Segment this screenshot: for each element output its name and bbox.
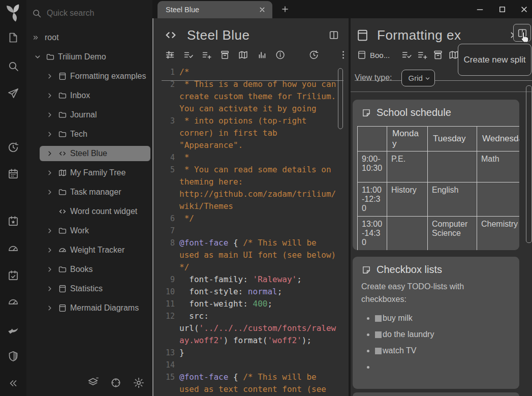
swallow-icon[interactable] (7, 323, 19, 336)
code-line: 6 */ (157, 212, 342, 225)
map-icon[interactable] (238, 49, 248, 60)
quick-search-input[interactable]: Quick search (29, 6, 149, 20)
tree-item-task-manager[interactable]: Task manager (40, 182, 152, 202)
ribbon-tab-book-properties[interactable]: Boo... (357, 50, 390, 60)
right-pane-scrollbar[interactable] (526, 85, 532, 243)
tree-actions (26, 377, 152, 390)
tree-item-statistics[interactable]: Statistics (40, 279, 152, 298)
calendar-icon[interactable] (7, 168, 19, 180)
todo-item (361, 363, 511, 372)
chevron-right-icon[interactable] (46, 227, 54, 235)
gear-icon[interactable] (133, 377, 145, 389)
code-line: 8@font-face { /* This will be used as ma… (157, 237, 342, 273)
todo-checkbox[interactable] (375, 348, 382, 354)
schedule-header-cell: Tuesday (428, 127, 477, 151)
bar-chart-icon[interactable] (257, 49, 267, 60)
layers-minus-icon[interactable] (87, 377, 99, 389)
tree-item-books[interactable]: Books (40, 260, 152, 279)
gauge-icon[interactable] (7, 296, 19, 308)
editor-scrollbar[interactable] (338, 68, 343, 129)
window-minimize-button[interactable] (475, 5, 485, 14)
history-icon[interactable] (308, 49, 319, 60)
view-type-select[interactable]: Grid (401, 70, 435, 86)
search-icon (32, 8, 42, 18)
chevron-right-icon[interactable] (46, 169, 54, 177)
bullet-dot (367, 333, 369, 336)
calendar-star-icon[interactable] (7, 215, 19, 227)
shield-icon[interactable] (7, 350, 19, 362)
history-icon[interactable] (7, 141, 19, 154)
tune-icon[interactable] (165, 49, 175, 60)
chevron-right-icon[interactable] (46, 149, 54, 158)
todo-item: do the laundry (361, 330, 511, 340)
quick-search-placeholder: Quick search (47, 9, 94, 18)
card-school-schedule: School schedule MondayTuesdayWednesday9:… (353, 100, 519, 250)
tree-item-tech[interactable]: Tech (40, 125, 152, 144)
tree-item-label: Work (70, 226, 89, 235)
tree-item-weight-tracker[interactable]: Weight Tracker (40, 240, 152, 260)
tree-item-root[interactable]: root (26, 28, 152, 47)
chevron-right-icon[interactable] (46, 304, 54, 312)
tree-item-word-count-widget[interactable]: Word count widget (40, 202, 152, 221)
line-number: 14 (157, 359, 179, 371)
chevron-right-icon[interactable] (46, 285, 54, 293)
todo-checkbox[interactable] (375, 331, 382, 338)
tree-item-label: My Family Tree (70, 168, 126, 177)
calendar-check-icon[interactable] (7, 269, 19, 282)
list-check-icon[interactable] (183, 49, 194, 60)
card-title-checkbox-lists[interactable]: Checkbox lists (353, 257, 519, 276)
center-note-title: Steel Blue (187, 27, 250, 43)
window-close-button[interactable] (519, 5, 529, 14)
line-number: 9 (157, 273, 179, 286)
book-view-content: School schedule MondayTuesdayWednesday9:… (351, 95, 532, 396)
list-plus-icon[interactable] (417, 49, 428, 60)
send-icon[interactable] (7, 87, 19, 100)
archive-icon[interactable] (220, 49, 230, 60)
chevron-right-icon[interactable] (46, 111, 54, 119)
tree-item-formatting-examples[interactable]: Formatting examples (40, 67, 152, 86)
note-icon[interactable] (7, 32, 19, 44)
tree-item-journal[interactable]: Journal (40, 105, 152, 125)
folder-icon (58, 265, 67, 274)
code-line: 4 * (157, 151, 342, 164)
tree-item-inbox[interactable]: Inbox (40, 86, 152, 105)
chevron-right-icon[interactable] (46, 130, 54, 138)
info-icon[interactable] (275, 49, 286, 60)
archive-icon[interactable] (432, 49, 444, 60)
tree-item-mermaid-diagrams[interactable]: Mermaid Diagrams (40, 298, 152, 318)
window-maximize-button[interactable] (497, 5, 507, 14)
collapse-tree-icon[interactable] (7, 377, 19, 389)
chevron-right-icon[interactable] (46, 92, 54, 100)
tree-item-label: Inbox (70, 91, 90, 100)
tab-steel-blue[interactable]: Steel Blue (158, 1, 272, 18)
chevron-right-icon[interactable] (46, 72, 54, 80)
chevron-right-icon[interactable] (46, 265, 54, 273)
tree-item-work[interactable]: Work (40, 221, 152, 240)
chevron-right-icon[interactable] (46, 246, 54, 254)
tab-bar: Steel Blue (152, 0, 532, 18)
target-icon[interactable] (110, 377, 122, 389)
tree-item-steel-blue[interactable]: Steel Blue (40, 146, 150, 161)
tree-item-my-family-tree[interactable]: My Family Tree (40, 163, 152, 182)
list-plus-icon[interactable] (201, 49, 212, 60)
search-icon[interactable] (7, 60, 19, 72)
tab-close-icon[interactable] (258, 6, 266, 14)
gauge-icon[interactable] (7, 242, 19, 255)
chevron-right-icon[interactable] (46, 188, 54, 196)
tree-item-trilium-demo[interactable]: Trilium Demo (26, 47, 152, 67)
dots-vertical-icon[interactable] (338, 49, 349, 60)
card-title-school-schedule[interactable]: School schedule (353, 100, 519, 118)
create-split-icon[interactable] (328, 29, 339, 41)
code-editor[interactable]: 1/*2 * This is a demo of how you can cre… (157, 66, 342, 396)
bullet-dot (367, 350, 369, 352)
schedule-cell: History (387, 182, 428, 217)
todo-intro-text: Create easy TODO-lists with checkboxes: (361, 281, 510, 306)
new-tab-button[interactable] (280, 5, 290, 14)
list-check-icon[interactable] (401, 49, 412, 60)
trilium-logo-icon (3, 2, 24, 24)
note-icon (361, 108, 371, 118)
schedule-cell: Computer Science (428, 217, 477, 251)
chevron-down-icon[interactable] (34, 53, 42, 61)
todo-checkbox[interactable] (375, 315, 382, 322)
tree-item-label: Statistics (70, 284, 103, 293)
